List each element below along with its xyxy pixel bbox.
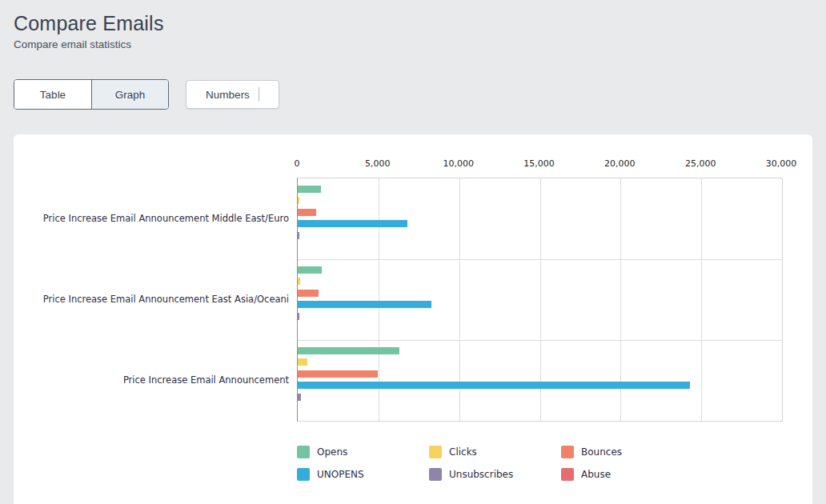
bar-unsubscribes — [298, 394, 301, 401]
legend-label: UNOPENS — [317, 469, 364, 480]
view-controls: Table Graph Numbers — [14, 79, 279, 110]
graph-view-button[interactable]: Graph — [91, 80, 168, 109]
bar-bounces — [298, 290, 319, 297]
bar-bounces — [298, 370, 378, 378]
page: Compare Emails Compare email statistics … — [0, 0, 826, 504]
bar-clicks — [298, 278, 300, 285]
bar-unopens — [298, 301, 431, 308]
legend-swatch-abuse — [561, 468, 574, 481]
legend-item-bounces: Bounces — [561, 445, 622, 459]
gridline — [298, 340, 782, 341]
legend-label: Abuse — [581, 469, 611, 480]
bar-unopens — [298, 220, 407, 227]
page-subtitle: Compare email statistics — [14, 38, 164, 50]
numbers-button[interactable]: Numbers — [186, 80, 279, 109]
bar-opens — [298, 347, 399, 354]
legend-swatch-bounces — [561, 446, 574, 458]
x-axis-tick-label: 5,000 — [365, 158, 391, 169]
plot-area — [297, 178, 783, 422]
legend-swatch-opens — [297, 446, 310, 458]
category-label: Price Increase Email Announcement Middle… — [17, 213, 289, 224]
bar-unsubscribes — [298, 313, 299, 320]
bar-clicks — [298, 358, 307, 366]
numbers-button-label: Numbers — [206, 89, 250, 101]
x-axis-tick-label: 0 — [295, 158, 300, 169]
category-label: Price Increase Email Announcement East A… — [17, 294, 289, 305]
bar-opens — [298, 266, 322, 274]
table-view-button[interactable]: Table — [14, 80, 91, 109]
legend-item-abuse: Abuse — [561, 467, 611, 482]
bar-opens — [298, 186, 321, 193]
legend-label: Opens — [317, 446, 347, 458]
x-axis-tick-label: 30,000 — [766, 158, 797, 169]
legend-item-clicks: Clicks — [429, 445, 477, 459]
x-axis-tick-label: 10,000 — [443, 158, 474, 169]
bar-clicks — [298, 197, 299, 204]
bar-unopens — [298, 382, 690, 389]
legend-label: Bounces — [581, 446, 622, 458]
bar-bounces — [298, 209, 316, 216]
chart-card: 05,00010,00015,00020,00025,00030,000 Ope… — [14, 134, 812, 504]
legend-item-unsubscribes: Unsubscribes — [429, 467, 513, 482]
bar-unsubscribes — [298, 232, 299, 239]
x-axis-tick-label: 20,000 — [604, 158, 636, 169]
page-header: Compare Emails Compare email statistics — [14, 11, 164, 50]
numbers-button-divider — [259, 87, 259, 102]
legend-swatch-unopens — [297, 468, 310, 481]
category-label: Price Increase Email Announcement — [17, 374, 289, 386]
x-axis: 05,00010,00015,00020,00025,00030,000 — [14, 158, 812, 171]
x-axis-tick-label: 25,000 — [685, 158, 716, 169]
page-title: Compare Emails — [14, 11, 164, 35]
legend-swatch-unsubscribes — [429, 468, 442, 481]
chart-legend: OpensClicksBouncesUNOPENSUnsubscribesAbu… — [297, 445, 781, 493]
legend-item-opens: Opens — [297, 445, 347, 459]
x-axis-tick-label: 15,000 — [523, 158, 555, 169]
legend-swatch-clicks — [429, 446, 442, 458]
legend-item-unopens: UNOPENS — [297, 467, 364, 482]
gridline — [298, 259, 782, 260]
legend-label: Unsubscribes — [449, 469, 513, 480]
legend-label: Clicks — [449, 446, 477, 458]
view-toggle: Table Graph — [14, 79, 169, 110]
gridline — [701, 178, 702, 421]
